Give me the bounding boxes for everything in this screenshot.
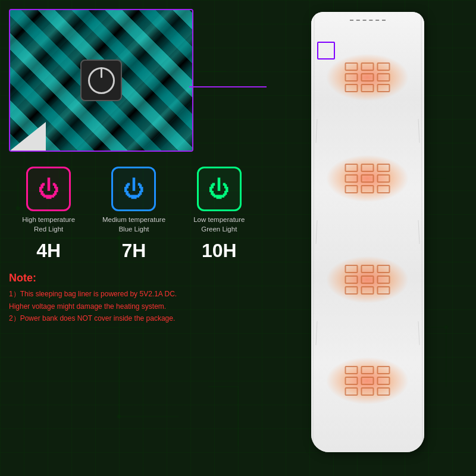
power-button-image (80, 60, 122, 101)
note-text: 1）This sleeping bag liner is powered by … (9, 288, 259, 324)
mode-label-high: High temperature Red Light (22, 215, 75, 234)
note-title: Note: (9, 272, 259, 284)
svg-line-14 (418, 119, 419, 143)
hours-high: 4H (9, 240, 88, 262)
hours-value-high: 4H (36, 240, 61, 261)
mode-medium: ⏻ Medium temperature Blue Light (94, 167, 173, 234)
bag-wrinkles-svg (311, 12, 424, 452)
content-wrapper: ⏻ High temperature Red Light ⏻ Medium te… (0, 0, 476, 476)
product-image (9, 9, 193, 152)
right-panel (268, 0, 476, 476)
power-symbol-medium: ⏻ (123, 178, 145, 200)
power-icon-image (88, 67, 115, 94)
hours-value-medium: 7H (122, 240, 146, 261)
svg-line-11 (313, 12, 314, 452)
note-section: Note: 1）This sleeping bag liner is power… (9, 272, 259, 324)
hours-medium: 7H (94, 240, 173, 262)
svg-line-12 (421, 12, 422, 452)
connector-line (189, 86, 267, 87)
power-button-on-fabric (80, 60, 122, 101)
modes-section: ⏻ High temperature Red Light ⏻ Medium te… (9, 167, 259, 234)
hours-section: 4H 7H 10H (9, 240, 259, 262)
mode-icon-high: ⏻ (26, 167, 71, 211)
left-panel: ⏻ High temperature Red Light ⏻ Medium te… (0, 0, 268, 476)
mode-label-low: Low temperature Green Light (193, 215, 245, 234)
svg-line-18 (418, 321, 419, 345)
sleeping-bag (311, 12, 424, 452)
indicator-box (317, 42, 335, 60)
mode-low: ⏻ Low temperature Green Light (180, 167, 259, 234)
power-symbol-low: ⏻ (208, 178, 230, 200)
svg-line-16 (418, 220, 419, 244)
mode-label-medium: Medium temperature Blue Light (102, 215, 165, 234)
power-symbol-high: ⏻ (38, 178, 60, 200)
svg-line-15 (316, 220, 317, 244)
mode-icon-medium: ⏻ (111, 167, 156, 211)
svg-line-13 (316, 119, 317, 143)
mode-icon-low: ⏻ (197, 167, 242, 211)
mode-high: ⏻ High temperature Red Light (9, 167, 88, 234)
hours-low: 10H (180, 240, 259, 262)
svg-line-17 (316, 321, 317, 345)
hours-value-low: 10H (202, 240, 237, 261)
